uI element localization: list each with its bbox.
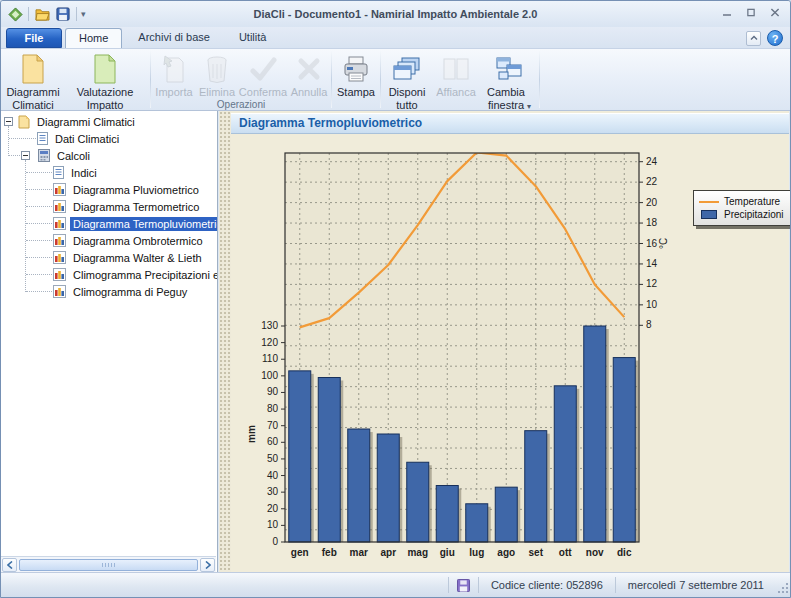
tab-home[interactable]: Home (65, 28, 122, 48)
printer-icon (342, 53, 370, 85)
resize-grip[interactable] (776, 573, 790, 597)
tree-item-diagramma-walter-lieth[interactable]: Diagramma Walter & Lieth (1, 249, 217, 266)
legend-label: Precipitazioni (724, 209, 783, 220)
collapse-expander-icon[interactable] (21, 151, 30, 160)
restore-button[interactable] (742, 5, 760, 20)
tree-item-diagramma-ombrotermico[interactable]: Diagramma Ombrotermico (1, 232, 217, 249)
tab-archivi-di-base[interactable]: Archivi di base (125, 28, 223, 48)
svg-text:10: 10 (646, 299, 658, 310)
elimina-button[interactable]: Elimina (196, 51, 238, 99)
svg-text:80: 80 (267, 403, 279, 414)
legend-item-precipitazioni: Precipitazioni (699, 208, 783, 221)
titlebar: ▾ DiaCli - Documento1 - Namirial Impatto… (1, 1, 790, 27)
button-label: Importa (155, 86, 192, 99)
close-button[interactable] (766, 5, 784, 20)
svg-text:60: 60 (267, 436, 279, 447)
trash-icon (205, 53, 229, 85)
app-icon[interactable] (6, 5, 24, 23)
tree-item-calcoli[interactable]: Calcoli (1, 147, 217, 164)
switch-window-icon (495, 53, 523, 85)
tree-item-diagramma-pluviometrico[interactable]: Diagramma Pluviometrico (1, 181, 217, 198)
svg-text:110: 110 (262, 353, 278, 364)
disponi-tutto-button[interactable]: Disponi tutto (382, 51, 432, 112)
button-label: Diagrammi Climatici (6, 86, 59, 112)
conferma-button[interactable]: Conferma (238, 51, 288, 99)
diagrammi-climatici-button[interactable]: Diagrammi Climatici (5, 51, 61, 112)
save-icon[interactable] (54, 5, 72, 23)
ribbon-group-stampa: Stampa (333, 49, 379, 110)
annulla-button[interactable]: Annulla (288, 51, 330, 99)
cambia-finestra-button[interactable]: Cambia finestra ▾ (480, 51, 538, 112)
quick-access-toolbar: ▾ (1, 5, 86, 23)
document-lines-icon (37, 132, 48, 145)
importa-button[interactable]: Importa (152, 51, 196, 99)
tree-item-indici[interactable]: Indici (1, 164, 217, 181)
chart-legend: Temperature Precipitazioni (693, 190, 791, 226)
tree-item-climogramma-precipitazioni-temperature[interactable]: Climogramma Precipitazioni e Temperature (1, 266, 217, 283)
svg-text:ott: ott (559, 547, 572, 558)
tab-utilita[interactable]: Utilità (226, 28, 280, 48)
collapse-expander-icon[interactable] (4, 117, 13, 126)
tree-stub (26, 206, 52, 207)
ribbon: Diagrammi Climatici Valutazione Impatto … (1, 48, 790, 111)
tree-item-climogramma-di-peguy[interactable]: Climogramma di Peguy (1, 283, 217, 300)
ribbon-collapse-icon[interactable] (746, 31, 761, 46)
svg-text:20: 20 (267, 503, 279, 514)
tree-item-diagrammi-climatici[interactable]: Diagrammi Climatici (1, 113, 217, 130)
chart-bars-icon (53, 251, 66, 264)
qat-separator (28, 7, 29, 21)
tree-item-diagramma-termopluviometrico[interactable]: Diagramma Termopluviometrico (1, 215, 217, 232)
svg-text:40: 40 (267, 470, 279, 481)
check-icon (249, 53, 277, 85)
svg-text:10: 10 (267, 519, 279, 530)
affianca-button[interactable]: Affianca (432, 51, 480, 99)
group-separator (380, 51, 381, 108)
svg-text:30: 30 (267, 486, 279, 497)
svg-text:nov: nov (586, 547, 604, 558)
svg-text:70: 70 (267, 420, 279, 431)
scroll-left-icon[interactable] (2, 558, 17, 572)
svg-text:0: 0 (272, 536, 278, 547)
chart-bars-icon (53, 200, 66, 213)
save-status-icon (449, 573, 478, 597)
svg-text:gen: gen (291, 547, 309, 558)
button-label: Affianca (436, 86, 476, 99)
box-swatch-icon (699, 210, 719, 219)
qat-menu-icon[interactable]: ▾ (81, 9, 86, 19)
tree-item-diagramma-termometrico[interactable]: Diagramma Termometrico (1, 198, 217, 215)
tree-horizontal-scrollbar[interactable] (1, 556, 216, 572)
group-separator (331, 51, 332, 108)
svg-text:giu: giu (440, 547, 455, 558)
svg-text:dic: dic (617, 547, 632, 558)
scroll-right-icon[interactable] (200, 558, 215, 572)
tab-file[interactable]: File (6, 28, 62, 48)
tree-stub (26, 291, 52, 292)
tree-item-dati-climatici[interactable]: Dati Climatici (1, 130, 217, 147)
chart-bars-icon (53, 183, 66, 196)
svg-text:mar: mar (350, 547, 368, 558)
panel-splitter[interactable] (219, 111, 231, 572)
tree-stub (9, 138, 36, 139)
button-label: Conferma (239, 86, 287, 99)
help-icon[interactable]: ? (767, 30, 783, 46)
svg-text:50: 50 (267, 453, 279, 464)
svg-text:12: 12 (646, 278, 658, 289)
tree-stub (26, 172, 52, 173)
status-date: mercoledì 7 settembre 2011 (616, 573, 776, 597)
tree-stub (9, 155, 20, 156)
document-yellow-icon (18, 115, 30, 129)
svg-text:8: 8 (646, 319, 652, 330)
ribbon-group-main: Diagrammi Climatici Valutazione Impatto … (5, 49, 149, 110)
app-window: ▾ DiaCli - Documento1 - Namirial Impatto… (0, 0, 791, 598)
tree-stub (26, 274, 52, 275)
minimize-button[interactable] (718, 5, 736, 20)
document-yellow-icon (20, 53, 46, 85)
scrollbar-thumb[interactable] (19, 559, 198, 571)
navigation-tree: Diagrammi Climatici Dati Climatici Calco… (1, 111, 218, 572)
svg-text:90: 90 (267, 386, 279, 397)
svg-text:22: 22 (646, 176, 658, 187)
button-label: Cambia finestra (487, 86, 525, 112)
svg-text:mm: mm (246, 425, 257, 443)
stampa-button[interactable]: Stampa (333, 51, 379, 99)
open-file-icon[interactable] (33, 5, 51, 23)
